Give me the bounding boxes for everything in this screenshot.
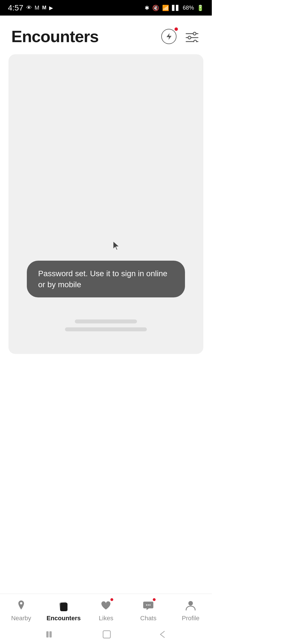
encounters-card-area[interactable]: Password set. Use it to sign in online o… <box>8 54 203 354</box>
battery-percent: 68% <box>183 5 194 11</box>
eye-icon: 👁 <box>26 5 32 11</box>
loading-bar-2 <box>65 327 147 331</box>
svg-point-1 <box>193 32 196 35</box>
filter-button[interactable] <box>184 28 201 45</box>
battery-icon: 🔋 <box>197 5 204 11</box>
bolt-svg <box>165 33 173 40</box>
toast-text: Password set. Use it to sign in online o… <box>38 269 167 289</box>
cursor-indicator <box>112 240 122 252</box>
gmail2-icon: M <box>42 5 46 11</box>
bluetooth-icon: ✱ <box>145 5 149 11</box>
filter-svg <box>185 31 199 42</box>
video-icon: ▶ <box>49 5 53 11</box>
gmail-icon: M <box>35 5 40 11</box>
svg-point-5 <box>194 40 197 42</box>
header-actions <box>160 28 201 45</box>
loading-bar-1 <box>75 319 137 323</box>
toast-notification: Password set. Use it to sign in online o… <box>27 261 185 297</box>
svg-point-3 <box>188 36 191 39</box>
wifi-icon: 📶 <box>162 5 169 11</box>
boost-badge <box>174 27 178 31</box>
mute-icon: 🔇 <box>152 5 159 11</box>
signal-icon: ▋▋ <box>172 5 180 11</box>
status-bar: 4:57 👁 M M ▶ ✱ 🔇 📶 ▋▋ 68% 🔋 <box>0 0 212 16</box>
page-title: Encounters <box>11 27 99 46</box>
status-time: 4:57 <box>8 3 23 12</box>
header: Encounters <box>0 16 212 51</box>
loading-skeleton <box>61 319 151 331</box>
boost-button[interactable] <box>160 28 177 45</box>
main-content: Password set. Use it to sign in online o… <box>0 51 212 360</box>
